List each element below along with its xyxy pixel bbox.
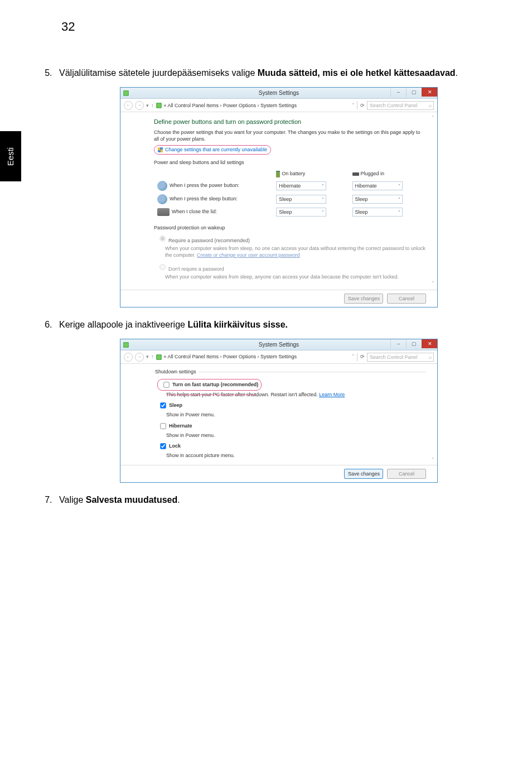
save-button[interactable]: Save changes bbox=[344, 469, 383, 479]
strike-text: This helps start your PC faster after sh… bbox=[166, 392, 256, 397]
row-label: When I press the power button: bbox=[170, 182, 239, 188]
minimize-button[interactable]: – bbox=[390, 88, 406, 97]
learn-more-link[interactable]: Learn More bbox=[319, 392, 345, 397]
address-bar: ← → ▾ ↑ « All Control Panel Items › Powe… bbox=[120, 99, 437, 112]
table-row: When I close the lid: Sleep Sleep bbox=[155, 206, 425, 218]
col-battery: On battery bbox=[282, 171, 305, 176]
language-label: Eesti bbox=[6, 147, 15, 165]
scroll-up-icon[interactable]: ˄ bbox=[429, 114, 436, 122]
hibernate-checkbox[interactable] bbox=[160, 423, 166, 429]
radio-input[interactable] bbox=[159, 265, 165, 270]
change-settings-link-text: Change settings that are currently unava… bbox=[165, 146, 267, 153]
language-side-tab: Eesti bbox=[0, 131, 21, 181]
sleep-checkbox[interactable] bbox=[160, 403, 166, 409]
search-input[interactable]: Search Control Panel bbox=[367, 101, 434, 110]
refresh-button[interactable]: ⟳ bbox=[357, 102, 365, 109]
window-icon bbox=[123, 342, 129, 348]
window-title: System Settings bbox=[259, 89, 299, 97]
breadcrumb[interactable]: « All Control Panel Items › Power Option… bbox=[164, 353, 350, 361]
breadcrumb[interactable]: « All Control Panel Items › Power Option… bbox=[164, 102, 350, 109]
power-battery-select[interactable]: Hibernate bbox=[276, 181, 326, 190]
lid-plugged-select[interactable]: Sleep bbox=[352, 208, 403, 217]
lid-battery-select[interactable]: Sleep bbox=[276, 208, 326, 217]
uac-shield-icon bbox=[158, 147, 163, 152]
scroll-down-icon[interactable]: ˅ bbox=[429, 280, 436, 287]
up-button[interactable]: ↑ bbox=[151, 102, 154, 109]
shutdown-legend: Shutdown settings bbox=[155, 368, 199, 376]
path-icon bbox=[156, 103, 162, 108]
buttons-section-label: Power and sleep buttons and lid settings bbox=[154, 159, 426, 166]
back-button[interactable]: ← bbox=[124, 353, 133, 362]
close-button[interactable]: ✕ bbox=[422, 339, 437, 348]
sleep-checkbox-row[interactable]: Sleep bbox=[155, 400, 425, 411]
radio-label: Don't require a password bbox=[168, 266, 224, 272]
fast-startup-checkbox-row[interactable]: Turn on fast startup (recommended) bbox=[155, 379, 425, 391]
step7-suffix: . bbox=[177, 495, 180, 504]
row-label: When I close the lid: bbox=[172, 209, 217, 214]
step5-bold: Muuda sätteid, mis ei ole hetkel kättesa… bbox=[258, 68, 456, 78]
fast-startup-checkbox[interactable] bbox=[163, 382, 169, 387]
highlight-circle: Turn on fast startup (recommended) bbox=[157, 379, 262, 391]
radio-label: Require a password (recommended) bbox=[168, 238, 250, 243]
close-button[interactable]: ✕ bbox=[422, 88, 437, 97]
page-number: 32 bbox=[61, 20, 75, 34]
step7-prefix: Valige bbox=[59, 495, 86, 504]
sleep-button-icon bbox=[157, 194, 167, 204]
scroll-down-icon[interactable]: ˅ bbox=[429, 457, 436, 464]
require-password-desc: When your computer wakes from sleep, no … bbox=[154, 246, 426, 258]
window-icon bbox=[123, 90, 129, 96]
change-settings-link[interactable]: Change settings that are currently unava… bbox=[154, 145, 271, 155]
battery-icon bbox=[276, 171, 280, 177]
no-password-desc: When your computer wakes from sleep, any… bbox=[154, 274, 426, 281]
power-button-icon bbox=[157, 181, 167, 191]
no-password-radio[interactable]: Don't require a password bbox=[154, 262, 426, 273]
step6-bold: Lülita kiirkäivitus sisse. bbox=[187, 320, 288, 329]
window-controls: – ▢ ✕ bbox=[390, 88, 437, 97]
dropdown-icon[interactable]: ▾ bbox=[146, 102, 149, 109]
minimize-button[interactable]: – bbox=[390, 339, 406, 348]
radio-input[interactable] bbox=[159, 236, 165, 242]
search-input[interactable]: Search Control Panel bbox=[367, 353, 434, 362]
titlebar: System Settings – ▢ ✕ bbox=[120, 339, 437, 350]
refresh-button[interactable]: ⟳ bbox=[357, 353, 365, 361]
step7-bold: Salvesta muudatused bbox=[86, 495, 178, 504]
forward-button[interactable]: → bbox=[135, 353, 144, 362]
path-dropdown-icon[interactable]: ˅ bbox=[352, 102, 355, 109]
cancel-button[interactable]: Cancel bbox=[387, 294, 426, 304]
password-section-label: Password protection on wakeup bbox=[154, 224, 426, 232]
sleep-battery-select[interactable]: Sleep bbox=[276, 195, 326, 204]
lock-checkbox-row[interactable]: Lock bbox=[155, 441, 425, 451]
lock-checkbox[interactable] bbox=[160, 444, 166, 449]
desc-rest: down. Restart isn't affected. bbox=[256, 392, 319, 397]
hibernate-checkbox-row[interactable]: Hibernate bbox=[155, 421, 425, 431]
save-button[interactable]: Save changes bbox=[344, 294, 383, 304]
buttons-table: On battery Plugged in When I press the p… bbox=[154, 168, 426, 219]
table-row: When I press the power button: Hibernate… bbox=[155, 180, 425, 192]
cancel-button[interactable]: Cancel bbox=[387, 469, 426, 479]
up-button[interactable]: ↑ bbox=[151, 353, 154, 361]
sleep-plugged-select[interactable]: Sleep bbox=[352, 195, 403, 204]
hibernate-desc: Show in Power menu. bbox=[155, 432, 425, 439]
step-5: Väljalülitamise sätetele juurdepääsemise… bbox=[55, 67, 499, 307]
require-password-radio[interactable]: Require a password (recommended) bbox=[154, 233, 426, 244]
back-button[interactable]: ← bbox=[124, 101, 133, 110]
step-6: Kerige allapoole ja inaktiveerige Lülita… bbox=[55, 319, 499, 483]
power-plugged-select[interactable]: Hibernate bbox=[352, 181, 403, 190]
lid-icon bbox=[157, 208, 170, 216]
maximize-button[interactable]: ▢ bbox=[406, 88, 422, 97]
path-icon bbox=[156, 354, 162, 360]
maximize-button[interactable]: ▢ bbox=[406, 339, 422, 348]
titlebar: System Settings – ▢ ✕ bbox=[120, 88, 437, 99]
window-controls: – ▢ ✕ bbox=[390, 339, 437, 348]
checkbox-label: Lock bbox=[169, 443, 181, 449]
col-plugged: Plugged in bbox=[361, 171, 385, 176]
checkbox-label: Sleep bbox=[169, 402, 182, 408]
step6-prefix: Kerige allapoole ja inaktiveerige bbox=[59, 320, 187, 329]
dropdown-icon[interactable]: ▾ bbox=[146, 353, 149, 361]
path-dropdown-icon[interactable]: ˅ bbox=[352, 353, 355, 361]
row-label: When I press the sleep button: bbox=[170, 196, 238, 201]
create-password-link[interactable]: Create or change your user account passw… bbox=[197, 252, 300, 258]
step5-prefix: Väljalülitamise sätetele juurdepääsemise… bbox=[59, 68, 258, 78]
pane-body: Shutdown settings Turn on fast startup (… bbox=[120, 364, 437, 465]
forward-button[interactable]: → bbox=[135, 101, 144, 110]
